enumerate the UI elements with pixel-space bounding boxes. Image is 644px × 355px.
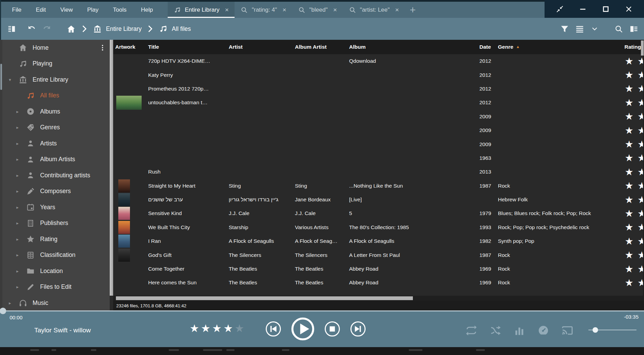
table-row[interactable]: 1963★ ★: [113, 151, 644, 165]
sidebar-item-artists[interactable]: ▸Artists: [2, 135, 110, 152]
player-star-icon[interactable]: ★: [190, 322, 201, 334]
sidebar-item-home[interactable]: Home: [2, 40, 110, 56]
filter-button[interactable]: [557, 21, 572, 36]
seek-thumb[interactable]: [0, 308, 6, 314]
sidebar-item-files-to-edit[interactable]: ▸Files to Edit: [2, 279, 110, 295]
table-row[interactable]: 2009★ ★: [113, 137, 644, 151]
horizontal-scrollbar[interactable]: [113, 296, 644, 301]
column-header-album[interactable]: Album: [347, 44, 477, 50]
view-options-dropdown[interactable]: [587, 21, 602, 36]
close-tab-icon[interactable]: ×: [225, 7, 229, 13]
table-left-scrollbar[interactable]: [110, 40, 113, 296]
sidebar-item-playing[interactable]: Playing: [2, 56, 110, 72]
menu-item-tools[interactable]: Tools: [106, 2, 134, 18]
sidebar-item-album-artists[interactable]: ▸Album Artists: [2, 152, 110, 168]
expand-caret-icon[interactable]: ▸: [14, 237, 21, 242]
sidebar-scrollbar[interactable]: [0, 40, 2, 310]
table-row[interactable]: Sensitive KindJ.J. CaleJ.J. Cale51979Blu…: [113, 206, 644, 220]
horizontal-scrollbar-thumb[interactable]: [116, 296, 413, 300]
menu-item-play[interactable]: Play: [80, 2, 106, 18]
table-row[interactable]: 720p HDTV X264-DIME…Qdownload2012★ ★: [113, 54, 644, 68]
expand-caret-icon[interactable]: ▾: [6, 77, 14, 82]
column-header-album-artist[interactable]: Album Artist: [293, 44, 347, 50]
sidebar-item-all-files[interactable]: All files: [2, 88, 110, 104]
table-row[interactable]: I RanA Flock of SeagullsA Flock of Seag……: [113, 234, 644, 248]
kebab-menu-icon[interactable]: [99, 44, 106, 52]
player-star-icon[interactable]: ★: [235, 322, 246, 334]
compact-mode-button[interactable]: [552, 2, 568, 16]
cast-button[interactable]: [561, 324, 574, 337]
repeat-button[interactable]: [465, 324, 478, 337]
sidebar-scrollbar-thumb[interactable]: [0, 64, 2, 90]
expand-caret-icon[interactable]: ▸: [14, 109, 21, 114]
sidebar-item-entire-library[interactable]: ▾Entire Library: [2, 72, 110, 88]
table-row[interactable]: Here comes the SunThe BeatlesThe Beatles…: [113, 276, 644, 289]
menu-item-edit[interactable]: Edit: [28, 2, 53, 18]
view-list-button[interactable]: [572, 21, 587, 36]
sidebar-item-albums[interactable]: ▸Albums: [2, 104, 110, 120]
play-button[interactable]: [291, 317, 315, 341]
table-row[interactable]: 2009★ ★: [113, 123, 644, 137]
vertical-scrollbar-thumb[interactable]: [641, 40, 644, 56]
search-button[interactable]: [611, 21, 626, 36]
expand-caret-icon[interactable]: ▸: [14, 252, 21, 258]
expand-caret-icon[interactable]: ▸: [14, 221, 21, 226]
player-star-icon[interactable]: ★: [201, 322, 212, 334]
volume-thumb[interactable]: [593, 327, 598, 333]
table-row[interactable]: Katy Perry2012★ ★: [113, 68, 644, 82]
table-row[interactable]: untouchables-batman t…2012★ ★: [113, 96, 644, 109]
table-row[interactable]: Come TogetherThe BeatlesThe BeatlesAbbey…: [113, 262, 644, 276]
menu-item-view[interactable]: View: [53, 2, 80, 18]
breadcrumb-library[interactable]: Entire Library: [106, 25, 142, 33]
tab-entire-library[interactable]: Entire Library×: [168, 2, 235, 18]
expand-caret-icon[interactable]: ▸: [14, 157, 21, 162]
player-star-icon[interactable]: ★: [212, 322, 224, 334]
collapse-sidebar-button[interactable]: [4, 21, 19, 36]
tab-search[interactable]: "rating: 4"×: [235, 2, 292, 18]
table-row[interactable]: 2009★ ★: [113, 110, 644, 123]
column-header-genre[interactable]: Genre▲: [496, 44, 622, 50]
stop-button[interactable]: [324, 321, 341, 337]
expand-caret-icon[interactable]: ▸: [14, 141, 21, 146]
sidebar-item-genres[interactable]: ▸Genres: [2, 120, 110, 136]
table-row[interactable]: Rush2013★ ★: [113, 165, 644, 179]
sidebar-item-years[interactable]: ▸Years: [2, 199, 110, 215]
table-row[interactable]: Straight to My HeartStingSting...Nothing…: [113, 179, 644, 193]
tab-search[interactable]: "artist: Lee"×: [343, 2, 405, 18]
expand-caret-icon[interactable]: ▸: [14, 125, 21, 130]
sidebar-item-location[interactable]: ▸Location: [2, 263, 110, 279]
minimize-button[interactable]: [575, 2, 591, 16]
close-tab-icon[interactable]: ×: [395, 7, 399, 13]
sidebar-item-composers[interactable]: ▸Composers: [2, 184, 110, 200]
seek-bar[interactable]: [0, 310, 644, 311]
table-row[interactable]: We Built This CityStarshipVarious Artist…: [113, 221, 644, 234]
volume-slider[interactable]: [588, 330, 636, 330]
shuffle-button[interactable]: [489, 324, 502, 337]
menu-item-file[interactable]: File: [5, 2, 28, 18]
maximize-button[interactable]: [598, 2, 614, 16]
new-tab-button[interactable]: +: [405, 2, 420, 18]
player-rating-stars[interactable]: ★★★★★: [190, 322, 246, 335]
menu-item-help[interactable]: Help: [134, 2, 160, 18]
redo-button[interactable]: [39, 21, 54, 36]
breadcrumb-all-files[interactable]: All files: [172, 25, 191, 33]
vertical-scrollbar[interactable]: [641, 40, 644, 301]
expand-caret-icon[interactable]: ▸: [14, 284, 21, 289]
tab-search[interactable]: "bleed"×: [292, 2, 343, 18]
close-tab-icon[interactable]: ×: [283, 7, 286, 13]
expand-caret-icon[interactable]: ▸: [14, 269, 21, 274]
next-button[interactable]: [350, 321, 366, 337]
volume-leveling-button[interactable]: [537, 324, 550, 337]
column-header-artwork[interactable]: Artwork: [113, 44, 146, 50]
close-button[interactable]: [621, 2, 637, 16]
now-playing-label[interactable]: Taylor Swift - willow: [34, 327, 91, 334]
sidebar-item-music[interactable]: ▸Music: [2, 295, 110, 310]
undo-button[interactable]: [24, 21, 39, 36]
equalizer-button[interactable]: [513, 324, 526, 337]
expand-caret-icon[interactable]: ▸: [14, 189, 21, 194]
sidebar-item-publishers[interactable]: ▸Publishers: [2, 215, 110, 232]
table-row[interactable]: ערב של שושניםג'יין בורדו וישראל גוריוןJa…: [113, 193, 644, 206]
close-tab-icon[interactable]: ×: [333, 7, 337, 13]
table-row[interactable]: Prometheus 2012 720p…2012★ ★: [113, 82, 644, 96]
expand-caret-icon[interactable]: ▸: [6, 300, 14, 306]
